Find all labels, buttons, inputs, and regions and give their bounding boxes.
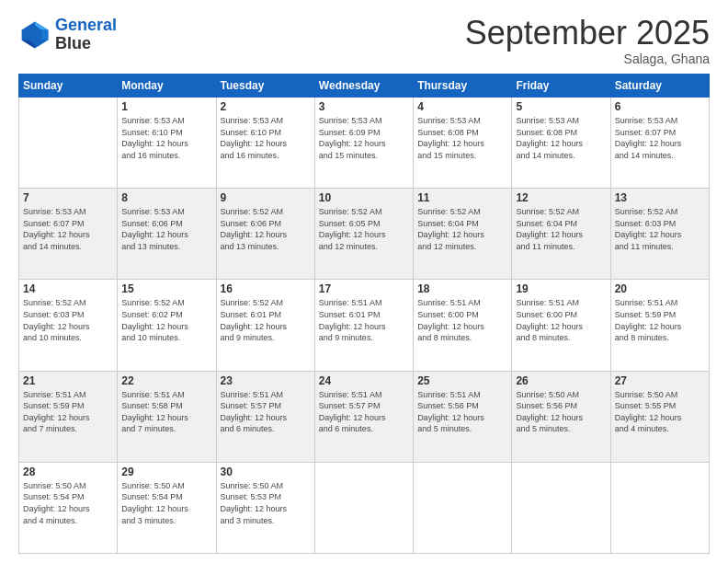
table-row: 4Sunrise: 5:53 AM Sunset: 6:08 PM Daylig… (414, 98, 512, 189)
table-row: 23Sunrise: 5:51 AM Sunset: 5:57 PM Dayli… (216, 371, 314, 462)
day-info: Sunrise: 5:51 AM Sunset: 5:57 PM Dayligh… (221, 389, 311, 435)
logo-blue: Blue (55, 35, 117, 53)
day-info: Sunrise: 5:53 AM Sunset: 6:09 PM Dayligh… (319, 115, 409, 161)
day-info: Sunrise: 5:51 AM Sunset: 6:01 PM Dayligh… (319, 297, 409, 343)
day-info: Sunrise: 5:50 AM Sunset: 5:53 PM Dayligh… (221, 480, 311, 526)
table-row: 11Sunrise: 5:52 AM Sunset: 6:04 PM Dayli… (414, 189, 512, 280)
calendar-week-row: 21Sunrise: 5:51 AM Sunset: 5:59 PM Dayli… (19, 371, 710, 462)
day-number: 19 (516, 282, 606, 295)
logo-text: General Blue (55, 17, 117, 53)
calendar-week-row: 7Sunrise: 5:53 AM Sunset: 6:07 PM Daylig… (19, 189, 710, 280)
day-info: Sunrise: 5:50 AM Sunset: 5:56 PM Dayligh… (516, 389, 606, 435)
day-info: Sunrise: 5:53 AM Sunset: 6:07 PM Dayligh… (615, 115, 705, 161)
table-row: 7Sunrise: 5:53 AM Sunset: 6:07 PM Daylig… (19, 189, 118, 280)
day-info: Sunrise: 5:52 AM Sunset: 6:03 PM Dayligh… (615, 206, 705, 252)
day-info: Sunrise: 5:53 AM Sunset: 6:08 PM Dayligh… (417, 115, 507, 161)
day-number: 11 (417, 191, 507, 204)
day-number: 16 (221, 282, 311, 295)
day-info: Sunrise: 5:51 AM Sunset: 6:00 PM Dayligh… (516, 297, 606, 343)
table-row (610, 462, 709, 553)
day-info: Sunrise: 5:51 AM Sunset: 5:59 PM Dayligh… (615, 297, 705, 343)
day-info: Sunrise: 5:52 AM Sunset: 6:03 PM Dayligh… (23, 297, 113, 343)
col-sunday: Sunday (19, 75, 118, 98)
col-tuesday: Tuesday (216, 75, 314, 98)
day-info: Sunrise: 5:51 AM Sunset: 5:57 PM Dayligh… (319, 389, 409, 435)
day-number: 21 (23, 374, 113, 387)
day-number: 9 (221, 191, 311, 204)
table-row: 24Sunrise: 5:51 AM Sunset: 5:57 PM Dayli… (314, 371, 413, 462)
table-row (314, 462, 413, 553)
logo-general: General (55, 16, 117, 34)
table-row: 28Sunrise: 5:50 AM Sunset: 5:54 PM Dayli… (19, 462, 118, 553)
calendar-table: Sunday Monday Tuesday Wednesday Thursday… (18, 74, 710, 554)
day-info: Sunrise: 5:51 AM Sunset: 5:59 PM Dayligh… (23, 389, 113, 435)
calendar-header-row: Sunday Monday Tuesday Wednesday Thursday… (19, 75, 710, 98)
title-block: September 2025 Salaga, Ghana (465, 17, 710, 66)
day-info: Sunrise: 5:51 AM Sunset: 6:00 PM Dayligh… (417, 297, 507, 343)
day-number: 4 (417, 100, 507, 113)
table-row: 17Sunrise: 5:51 AM Sunset: 6:01 PM Dayli… (314, 280, 413, 371)
table-row: 22Sunrise: 5:51 AM Sunset: 5:58 PM Dayli… (118, 371, 216, 462)
day-number: 27 (615, 374, 705, 387)
day-number: 17 (319, 282, 409, 295)
day-info: Sunrise: 5:53 AM Sunset: 6:08 PM Dayligh… (516, 115, 606, 161)
table-row: 9Sunrise: 5:52 AM Sunset: 6:06 PM Daylig… (216, 189, 314, 280)
day-number: 29 (121, 465, 211, 478)
col-saturday: Saturday (610, 75, 709, 98)
day-number: 7 (23, 191, 113, 204)
day-number: 23 (221, 374, 311, 387)
day-info: Sunrise: 5:53 AM Sunset: 6:10 PM Dayligh… (221, 115, 311, 161)
col-wednesday: Wednesday (314, 75, 413, 98)
table-row (19, 98, 118, 189)
table-row: 25Sunrise: 5:51 AM Sunset: 5:56 PM Dayli… (414, 371, 512, 462)
calendar-week-row: 1Sunrise: 5:53 AM Sunset: 6:10 PM Daylig… (19, 98, 710, 189)
day-info: Sunrise: 5:50 AM Sunset: 5:54 PM Dayligh… (121, 480, 211, 526)
table-row: 2Sunrise: 5:53 AM Sunset: 6:10 PM Daylig… (216, 98, 314, 189)
col-thursday: Thursday (414, 75, 512, 98)
day-number: 13 (615, 191, 705, 204)
day-number: 20 (615, 282, 705, 295)
table-row: 8Sunrise: 5:53 AM Sunset: 6:06 PM Daylig… (118, 189, 216, 280)
table-row: 30Sunrise: 5:50 AM Sunset: 5:53 PM Dayli… (216, 462, 314, 553)
day-number: 8 (121, 191, 211, 204)
table-row (512, 462, 610, 553)
day-number: 25 (417, 374, 507, 387)
table-row (414, 462, 512, 553)
table-row: 21Sunrise: 5:51 AM Sunset: 5:59 PM Dayli… (19, 371, 118, 462)
table-row: 19Sunrise: 5:51 AM Sunset: 6:00 PM Dayli… (512, 280, 610, 371)
table-row: 13Sunrise: 5:52 AM Sunset: 6:03 PM Dayli… (610, 189, 709, 280)
day-number: 30 (221, 465, 311, 478)
calendar-week-row: 28Sunrise: 5:50 AM Sunset: 5:54 PM Dayli… (19, 462, 710, 553)
table-row: 1Sunrise: 5:53 AM Sunset: 6:10 PM Daylig… (118, 98, 216, 189)
day-number: 1 (121, 100, 211, 113)
day-info: Sunrise: 5:52 AM Sunset: 6:02 PM Dayligh… (121, 297, 211, 343)
day-info: Sunrise: 5:50 AM Sunset: 5:55 PM Dayligh… (615, 389, 705, 435)
table-row: 26Sunrise: 5:50 AM Sunset: 5:56 PM Dayli… (512, 371, 610, 462)
day-number: 26 (516, 374, 606, 387)
table-row: 5Sunrise: 5:53 AM Sunset: 6:08 PM Daylig… (512, 98, 610, 189)
day-number: 18 (417, 282, 507, 295)
table-row: 6Sunrise: 5:53 AM Sunset: 6:07 PM Daylig… (610, 98, 709, 189)
day-number: 14 (23, 282, 113, 295)
day-number: 28 (23, 465, 113, 478)
svg-marker-3 (41, 29, 48, 40)
page: General Blue September 2025 Salaga, Ghan… (0, 0, 728, 563)
table-row: 10Sunrise: 5:52 AM Sunset: 6:05 PM Dayli… (314, 189, 413, 280)
day-info: Sunrise: 5:52 AM Sunset: 6:06 PM Dayligh… (221, 206, 311, 252)
col-monday: Monday (118, 75, 216, 98)
day-number: 2 (221, 100, 311, 113)
table-row: 18Sunrise: 5:51 AM Sunset: 6:00 PM Dayli… (414, 280, 512, 371)
location: Salaga, Ghana (465, 52, 710, 66)
day-info: Sunrise: 5:53 AM Sunset: 6:10 PM Dayligh… (121, 115, 211, 161)
day-number: 10 (319, 191, 409, 204)
day-number: 12 (516, 191, 606, 204)
table-row: 14Sunrise: 5:52 AM Sunset: 6:03 PM Dayli… (19, 280, 118, 371)
day-number: 6 (615, 100, 705, 113)
day-number: 22 (121, 374, 211, 387)
day-info: Sunrise: 5:51 AM Sunset: 5:56 PM Dayligh… (417, 389, 507, 435)
day-number: 15 (121, 282, 211, 295)
table-row: 16Sunrise: 5:52 AM Sunset: 6:01 PM Dayli… (216, 280, 314, 371)
day-info: Sunrise: 5:50 AM Sunset: 5:54 PM Dayligh… (23, 480, 113, 526)
day-number: 5 (516, 100, 606, 113)
day-info: Sunrise: 5:53 AM Sunset: 6:06 PM Dayligh… (121, 206, 211, 252)
